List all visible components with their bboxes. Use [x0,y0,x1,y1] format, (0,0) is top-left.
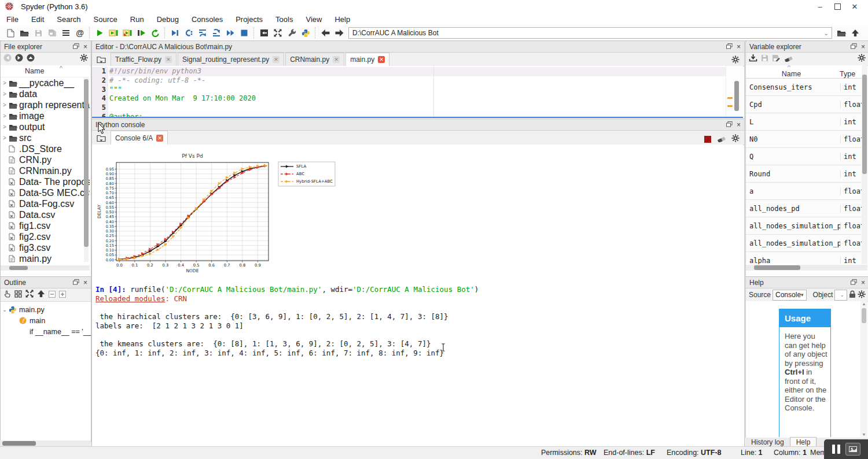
file-item--pycache-[interactable]: >__pycache__ [1,77,90,88]
expand-chevron-icon[interactable]: > [1,80,9,86]
browse-directory-icon[interactable] [834,27,848,39]
clear-console-icon[interactable] [717,134,726,145]
editor-tab-traffic_flow.py[interactable]: Traffic_Flow.py✕ [111,53,176,66]
console-tab-close-icon[interactable]: ✕ [156,135,163,142]
open-file-icon[interactable] [17,27,31,39]
variable-row-q[interactable]: Qint [746,148,862,165]
close-pane-icon[interactable]: × [861,43,865,50]
options-gear-icon[interactable] [858,54,866,64]
warning-marker[interactable] [727,105,733,107]
debug-continue-icon[interactable] [223,27,237,39]
variable-row-round[interactable]: Roundint [746,165,862,183]
debug-step-out-icon[interactable] [209,27,223,39]
file-item--ds-store[interactable]: .DS_Store [1,143,90,154]
editor-options-gear-icon[interactable] [731,55,740,66]
variable-row-all_nodes_simulation_pf[interactable]: all_nodes_simulation_pffloat6 [746,235,862,252]
console-options-gear-icon[interactable] [731,134,740,145]
forward-icon[interactable] [332,27,346,39]
console-output-area[interactable]: 0.000.050.100.150.200.250.300.350.400.45… [92,145,743,446]
menu-consoles[interactable]: Consoles [185,15,229,24]
file-item-data-5g-mec-csv[interactable]: Data-5G MEC.csv [1,187,90,198]
previous-directory-icon[interactable] [3,54,12,64]
editor-tab-main.py[interactable]: main.py✕ [345,53,389,66]
variable-vscrollbar[interactable] [862,65,867,264]
menu-view[interactable]: View [299,15,328,24]
save-data-as-icon[interactable] [772,54,781,64]
close-button[interactable]: ✕ [846,1,863,12]
file-item-output[interactable]: >output [1,121,90,132]
new-file-icon[interactable] [3,27,17,39]
menu-projects[interactable]: Projects [229,15,269,24]
outline-item-if-name-mai[interactable]: if __name__ == '__mai [1,326,91,337]
file-item-crnmain-py[interactable]: CRNmain.py [1,165,90,176]
warning-marker[interactable] [727,97,733,99]
close-pane-icon[interactable]: × [83,43,87,50]
variable-row-a[interactable]: afloat3 [746,183,862,200]
maximize-button[interactable] [829,1,846,12]
fullpath-icon[interactable] [25,290,34,300]
menu-search[interactable]: Search [50,15,87,24]
fullscreen-icon[interactable] [271,27,285,39]
file-tree-hscrollbar[interactable] [1,265,90,271]
object-combobox[interactable]: ⌄ [834,290,847,301]
options-gear-icon[interactable] [80,54,88,64]
column-header-type[interactable]: Type [837,70,855,78]
up-directory-icon[interactable] [27,54,35,64]
debug-file-icon[interactable] [168,27,182,39]
expand-chevron-icon[interactable]: > [1,113,9,119]
collapse-chevron-icon[interactable]: ⌄ [1,306,9,313]
menu-edit[interactable]: Edit [25,15,50,24]
path-dropdown-icon[interactable]: ⌄ [821,30,832,36]
save-icon[interactable] [31,27,45,39]
file-item-src[interactable]: >src [1,132,90,143]
file-item-data[interactable]: >data [1,88,90,99]
menu-source[interactable]: Source [87,15,124,24]
close-pane-icon[interactable]: × [861,279,865,286]
close-pane-icon[interactable]: × [83,279,87,286]
save-data-icon[interactable] [761,54,768,64]
menu-debug[interactable]: Debug [150,15,185,24]
file-item-fig2-csv[interactable]: fig2.csv [1,231,90,242]
undock-icon[interactable] [851,279,857,287]
editor-code-area[interactable]: 123456 #!/usr/bin/env python3# -*- codin… [92,66,743,117]
file-item-image[interactable]: >image [1,110,90,121]
rerun-script-icon[interactable] [148,27,162,39]
tab-close-icon[interactable]: ✕ [333,56,340,63]
tab-close-icon[interactable]: ✕ [165,56,172,63]
editor-tab-crnmain.py[interactable]: CRNmain.py✕ [285,53,344,66]
menu-tools[interactable]: Tools [269,15,299,24]
file-tree-vscrollbar[interactable] [84,77,89,262]
maximize-pane-icon[interactable] [257,27,271,39]
run-file-icon[interactable] [93,27,106,39]
file-item-data-the-propose[interactable]: Data- The propose [1,176,90,187]
variable-row-l[interactable]: Lint [746,113,862,131]
collapse-all-icon[interactable] [49,290,56,300]
source-select[interactable]: Console▾ [773,290,807,301]
outline-item-main[interactable]: fmain [1,315,91,326]
next-directory-icon[interactable] [15,54,23,64]
back-icon[interactable] [318,27,332,39]
run-cell-icon[interactable] [106,27,120,39]
minimize-button[interactable]: – [811,1,829,12]
debug-step-icon[interactable] [182,27,196,39]
help-vscrollbar[interactable]: ▲ ▼ [860,301,867,437]
lock-icon[interactable] [849,290,856,300]
file-item-fig3-csv[interactable]: fig3.csv [1,242,90,253]
file-column-header[interactable]: Name ^ [1,65,90,77]
variable-row-alpha[interactable]: alphaint [746,252,862,264]
go-to-cursor-icon[interactable] [37,290,45,300]
file-item-graph-representati[interactable]: >graph representati [1,99,90,110]
parent-directory-icon[interactable] [848,27,862,39]
expand-chevron-icon[interactable]: > [1,102,9,108]
close-pane-icon[interactable]: × [737,43,741,50]
variable-row-all_nodes_simulation_pd[interactable]: all_nodes_simulation_pdfloat6 [746,217,862,235]
debug-stop-icon[interactable] [237,27,251,39]
file-item-crn-py[interactable]: CRN.py [1,154,90,165]
variable-row-cpd[interactable]: Cpdfloat6 [746,96,862,113]
pause-icon[interactable] [832,445,840,454]
save-all-icon[interactable] [45,27,59,39]
undock-icon[interactable] [726,43,733,51]
expand-chevron-icon[interactable]: > [1,91,9,97]
variable-row-consensus_iters[interactable]: Consensus_itersint [746,79,862,96]
python-env-icon[interactable] [299,27,312,39]
